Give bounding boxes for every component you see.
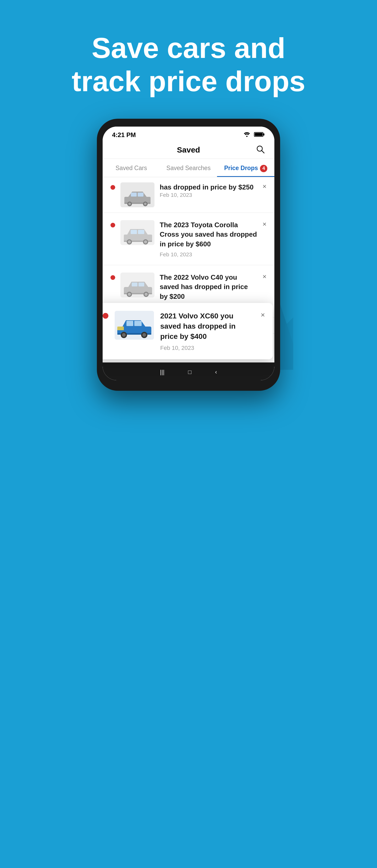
hero-title: Save cars and track price drops <box>71 31 306 98</box>
svg-point-22 <box>144 240 147 244</box>
partial-item-title: has dropped in price by $250 <box>160 182 258 192</box>
android-nav: ||| □ ‹ <box>103 363 274 380</box>
svg-point-21 <box>128 240 131 244</box>
unread-dot <box>110 185 115 190</box>
svg-rect-15 <box>138 193 143 196</box>
unread-dot <box>110 275 115 280</box>
svg-rect-23 <box>131 230 137 234</box>
svg-rect-4 <box>255 133 263 136</box>
android-back-button[interactable]: ‹ <box>215 369 217 376</box>
item-date: Feb 10, 2023 <box>160 251 258 258</box>
status-time: 4:21 PM <box>112 131 136 138</box>
item-title: The 2023 Toyota Corolla Cross you saved … <box>160 220 258 249</box>
svg-point-5 <box>257 146 262 151</box>
notification-title: 2021 Volvo XC60 you saved has dropped in… <box>160 311 254 342</box>
notification-car-image <box>115 311 154 340</box>
app-header: Saved <box>103 141 274 159</box>
unread-dot <box>110 223 115 227</box>
item-title: The 2022 Volvo C40 you saved has dropped… <box>160 273 258 301</box>
svg-rect-24 <box>138 230 144 234</box>
notification-close-button[interactable]: × <box>261 311 265 319</box>
tab-price-drops[interactable]: Price Drops4 <box>217 159 274 177</box>
svg-rect-3 <box>263 133 265 135</box>
notification-dot <box>103 313 108 319</box>
car-image <box>121 220 155 245</box>
phone-screen: 4:21 PM <box>103 127 274 380</box>
tab-saved-cars[interactable]: Saved Cars <box>103 159 160 177</box>
svg-point-39 <box>122 333 126 337</box>
partial-close-button[interactable]: × <box>263 182 267 190</box>
price-drops-badge: 4 <box>260 165 267 172</box>
svg-rect-41 <box>127 321 133 326</box>
partial-car-image <box>121 182 155 207</box>
svg-point-30 <box>128 293 131 296</box>
partial-item-date: Feb 10, 2023 <box>160 192 258 198</box>
phone-frame: 4:21 PM <box>97 119 280 391</box>
svg-point-13 <box>144 203 147 205</box>
svg-line-6 <box>262 151 264 153</box>
battery-icon <box>254 131 265 138</box>
notification-popup: 2021 Volvo XC60 you saved has dropped in… <box>103 303 273 360</box>
car-image <box>121 273 155 298</box>
hero-section: Save cars and track price drops 4:21 PM <box>0 0 377 391</box>
content-area: has dropped in price by $250 Feb 10, 202… <box>103 177 274 333</box>
header-title: Saved <box>177 146 200 154</box>
close-button[interactable]: × <box>263 220 267 228</box>
android-home-button[interactable]: □ <box>188 369 192 376</box>
svg-rect-33 <box>138 282 144 286</box>
partial-list-item: has dropped in price by $250 Feb 10, 202… <box>103 177 274 213</box>
wifi-icon <box>242 131 251 138</box>
search-button[interactable] <box>256 145 265 155</box>
status-bar: 4:21 PM <box>103 127 274 141</box>
svg-rect-42 <box>134 321 142 326</box>
tab-saved-searches[interactable]: Saved Searches <box>160 159 217 177</box>
status-icons <box>242 131 265 138</box>
notification-content: 2021 Volvo XC60 you saved has dropped in… <box>160 311 254 352</box>
car-image-svg <box>121 273 155 298</box>
partial-item-content: has dropped in price by $250 Feb 10, 202… <box>160 182 258 198</box>
car-image-svg <box>121 182 155 207</box>
svg-point-12 <box>128 203 131 205</box>
svg-point-40 <box>142 333 146 337</box>
tab-bar: Saved Cars Saved Searches Price Drops4 <box>103 159 274 177</box>
item-content: The 2023 Toyota Corolla Cross you saved … <box>160 220 258 258</box>
svg-rect-43 <box>117 327 124 330</box>
phone-wrapper: 4:21 PM <box>89 119 288 391</box>
notification-date: Feb 10, 2023 <box>160 345 254 351</box>
list-item: The 2023 Toyota Corolla Cross you saved … <box>103 213 274 265</box>
notification-car-svg <box>115 311 154 340</box>
svg-point-31 <box>144 293 148 296</box>
close-button[interactable]: × <box>263 273 267 281</box>
android-recent-button[interactable]: ||| <box>160 369 164 376</box>
svg-rect-14 <box>131 193 137 196</box>
svg-rect-32 <box>132 282 137 286</box>
car-image-svg <box>121 220 155 245</box>
